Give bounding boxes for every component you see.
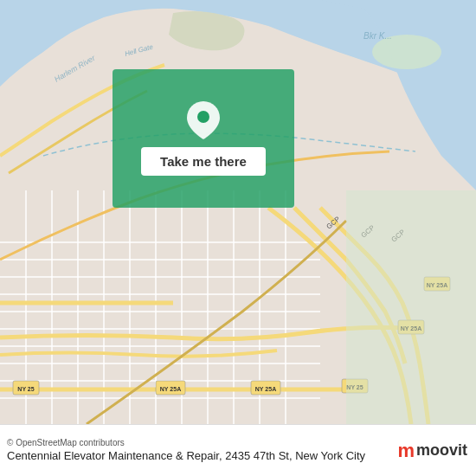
- svg-rect-43: [346, 190, 476, 424]
- moovit-logo: m moovit: [397, 440, 467, 462]
- svg-text:Bkr K...: Bkr K...: [363, 31, 392, 41]
- svg-point-44: [197, 111, 209, 123]
- location-label: Centennial Elevator Maintenance & Repair…: [7, 449, 397, 464]
- bottom-bar: © OpenStreetMap contributors Centennial …: [0, 424, 476, 476]
- svg-text:NY 25A: NY 25A: [160, 386, 181, 392]
- moovit-text: moovit: [416, 441, 467, 460]
- moovit-icon: m: [397, 440, 415, 462]
- svg-text:NY 25: NY 25: [17, 386, 34, 392]
- map-callout: Take me there: [113, 69, 294, 208]
- map-background: NY 25 NY 25A NY 25A NY 25 NY 25A NY 25A …: [0, 0, 476, 424]
- take-me-there-button[interactable]: Take me there: [141, 147, 266, 176]
- svg-text:NY 25A: NY 25A: [255, 386, 276, 392]
- osm-attribution: © OpenStreetMap contributors: [7, 438, 397, 447]
- location-pin-icon: [185, 102, 222, 138]
- map-container: NY 25 NY 25A NY 25A NY 25 NY 25A NY 25A …: [0, 0, 476, 424]
- location-info: © OpenStreetMap contributors Centennial …: [7, 438, 397, 464]
